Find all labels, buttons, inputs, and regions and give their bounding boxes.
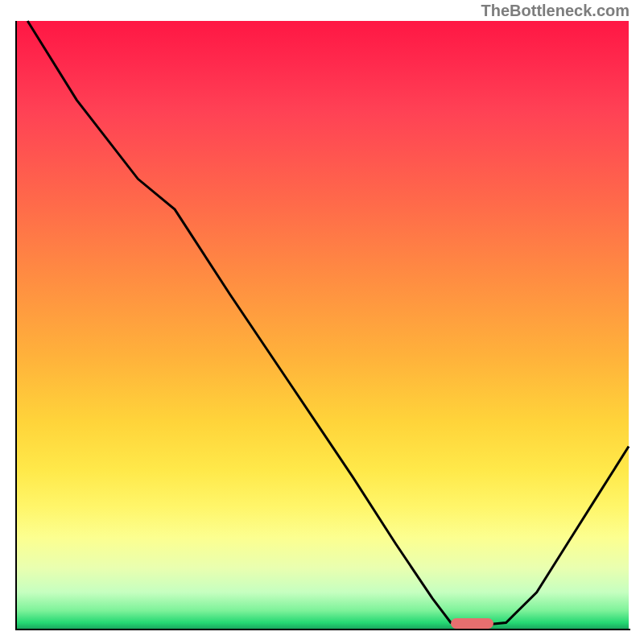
- watermark-text: TheBottleneck.com: [481, 2, 630, 20]
- bottleneck-curve: [15, 21, 629, 629]
- highlight-marker: [451, 618, 493, 629]
